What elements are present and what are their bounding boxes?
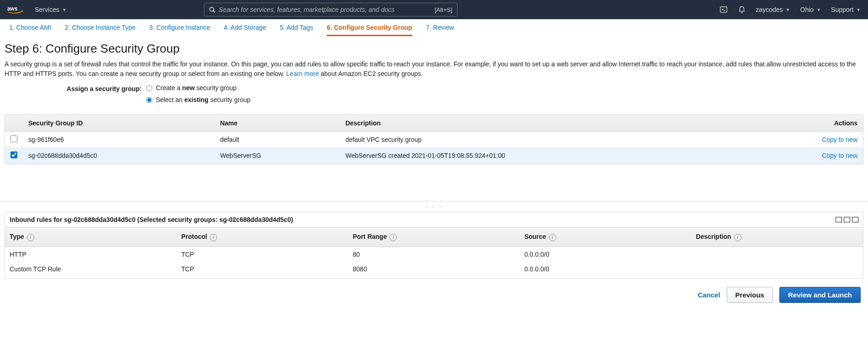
cell-sg-id: sg-961f60e6 [23, 132, 214, 148]
wizard-step-7[interactable]: 7. Review [426, 24, 454, 36]
layout-icon-1[interactable] [836, 217, 842, 222]
table-row: SSHTCP22169.152.6.200/32 [5, 276, 863, 279]
layout-icon-3[interactable] [852, 217, 858, 222]
table-row: Custom TCP RuleTCP80800.0.0.0/0 [5, 262, 863, 276]
info-icon[interactable]: i [389, 234, 397, 241]
learn-more-link[interactable]: Learn more [286, 70, 319, 77]
copy-to-new-link[interactable]: Copy to new [822, 136, 857, 143]
wizard-step-4[interactable]: 4. Add Storage [224, 24, 266, 36]
cell-source: 0.0.0.0/0 [520, 247, 691, 262]
col-sg-actions: Actions [751, 115, 863, 132]
footer-actions: Cancel Previous Review and Launch [0, 279, 868, 307]
top-nav: aws Services ▼ Search for services, feat… [0, 0, 868, 19]
panel-resize-handle[interactable]: ○ ○ ○ [0, 201, 868, 212]
page-description: A security group is a set of firewall ru… [5, 59, 863, 79]
svg-text:aws: aws [7, 5, 18, 12]
cell-type: HTTP [5, 247, 176, 262]
bell-icon[interactable] [738, 5, 746, 14]
previous-button[interactable]: Previous [727, 287, 773, 303]
search-placeholder: Search for services, features, marketpla… [219, 6, 435, 13]
services-label: Services [35, 6, 59, 13]
cell-sg-desc: default VPC security group [340, 132, 751, 148]
info-icon[interactable]: i [734, 234, 741, 241]
row-checkbox[interactable] [11, 135, 17, 142]
svg-line-2 [213, 11, 215, 13]
cell-protocol: TCP [176, 276, 348, 279]
radio-select-existing[interactable] [146, 97, 152, 103]
row-checkbox[interactable] [11, 151, 17, 158]
page-content: Step 6: Configure Security Group A secur… [0, 36, 868, 164]
assign-security-group: Assign a security group: Create a new se… [5, 84, 863, 108]
col-sg-desc[interactable]: Description [340, 115, 751, 132]
layout-toggle-group [836, 217, 858, 222]
cell-protocol: TCP [176, 247, 348, 262]
wizard-step-6[interactable]: 6. Configure Security Group [327, 24, 412, 36]
assign-options: Create a new security group Select an ex… [146, 84, 250, 108]
wizard-tabs: 1. Choose AMI2. Choose Instance Type3. C… [0, 19, 868, 36]
cell-desc [692, 276, 863, 279]
col-sg-name[interactable]: Name [214, 115, 340, 132]
cancel-button[interactable]: Cancel [698, 291, 720, 299]
option-select-existing[interactable]: Select an existing security group [146, 96, 250, 103]
support-menu[interactable]: Support▼ [831, 6, 861, 13]
caret-down-icon: ▼ [856, 7, 861, 12]
info-icon[interactable]: i [210, 234, 217, 241]
assign-label: Assign a security group: [5, 84, 146, 92]
cell-source: 0.0.0.0/0 [520, 262, 691, 276]
table-row: HTTPTCP800.0.0.0/0 [5, 247, 863, 262]
layout-icon-2[interactable] [844, 217, 850, 222]
inbound-rules-panel: Inbound rules for sg-02c688dda30d4d5c0 (… [5, 212, 863, 279]
caret-down-icon: ▼ [816, 7, 821, 12]
services-menu[interactable]: Services ▼ [35, 6, 67, 13]
col-sg-id[interactable]: Security Group ID [23, 115, 214, 132]
search-input[interactable]: Search for services, features, marketpla… [204, 3, 458, 16]
caret-down-icon: ▼ [62, 7, 67, 12]
cell-port: 80 [348, 247, 520, 262]
svg-point-1 [209, 7, 213, 11]
page-title: Step 6: Configure Security Group [5, 42, 863, 56]
cell-port: 22 [348, 276, 520, 279]
cell-type: Custom TCP Rule [5, 262, 176, 276]
search-wrap: Search for services, features, marketpla… [204, 3, 458, 16]
info-icon[interactable]: i [549, 234, 556, 241]
option-create-new[interactable]: Create a new security group [146, 84, 250, 92]
inbound-rules-title: Inbound rules for sg-02c688dda30d4d5c0 (… [10, 216, 293, 223]
cell-sg-name: default [214, 132, 340, 148]
wizard-step-2[interactable]: 2. Choose Instance Type [65, 24, 136, 36]
search-icon [209, 6, 215, 13]
security-group-table: Security Group ID Name Description Actio… [5, 114, 863, 164]
table-row[interactable]: sg-961f60e6defaultdefault VPC security g… [5, 132, 863, 148]
inbound-rules-scroll[interactable]: Typei Protocoli Port Rangei Sourcei Desc… [5, 227, 863, 278]
cell-desc [692, 262, 863, 276]
cell-desc [692, 247, 863, 262]
aws-logo[interactable]: aws [7, 5, 27, 14]
nav-right: zaycodes▼ Ohio▼ Support▼ [719, 5, 861, 14]
inbound-rules-header: Inbound rules for sg-02c688dda30d4d5c0 (… [5, 212, 863, 227]
search-shortcut: [Alt+S] [435, 6, 453, 13]
review-and-launch-button[interactable]: Review and Launch [779, 287, 861, 303]
cell-type: SSH [5, 276, 176, 279]
cell-source: 169.152.6.200/32 [520, 276, 691, 279]
radio-create-new[interactable] [146, 85, 152, 91]
wizard-step-3[interactable]: 3. Configure Instance [149, 24, 210, 36]
copy-to-new-link[interactable]: Copy to new [822, 152, 857, 159]
cell-sg-name: WebServerSG [214, 148, 340, 164]
inbound-rules-table: Typei Protocoli Port Rangei Sourcei Desc… [5, 227, 863, 278]
wizard-step-1[interactable]: 1. Choose AMI [9, 24, 51, 36]
cloudshell-icon[interactable] [719, 5, 728, 14]
cell-sg-id: sg-02c688dda30d4d5c0 [23, 148, 214, 164]
wizard-step-5[interactable]: 5. Add Tags [280, 24, 313, 36]
region-menu[interactable]: Ohio▼ [800, 6, 821, 13]
info-icon[interactable]: i [27, 234, 34, 241]
cell-protocol: TCP [176, 262, 348, 276]
cell-port: 8080 [348, 262, 520, 276]
account-menu[interactable]: zaycodes▼ [756, 6, 790, 13]
cell-sg-desc: WebServerSG created 2021-01-05T19:08:55.… [340, 148, 751, 164]
table-row[interactable]: sg-02c688dda30d4d5c0WebServerSGWebServer… [5, 148, 863, 164]
caret-down-icon: ▼ [786, 7, 790, 12]
